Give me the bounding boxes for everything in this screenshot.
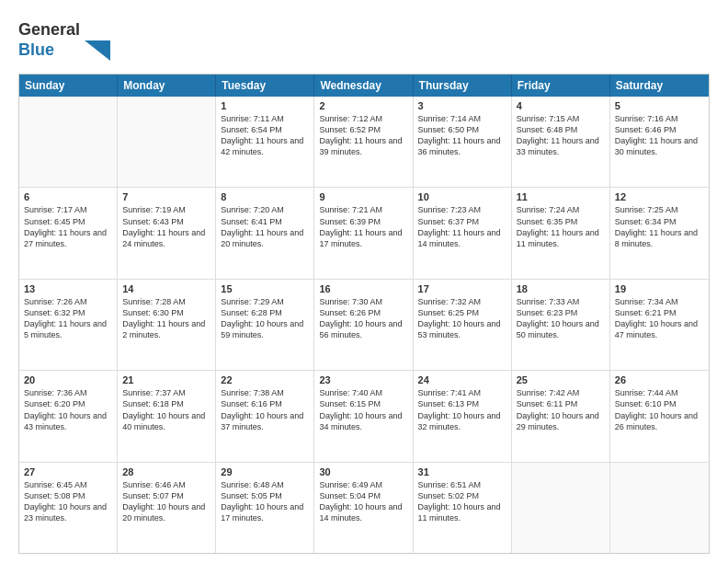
cell-content: Sunrise: 7:14 AMSunset: 6:50 PMDaylight:… bbox=[418, 113, 506, 158]
calendar-cell: 21Sunrise: 7:37 AMSunset: 6:18 PMDayligh… bbox=[118, 371, 216, 461]
header: General Blue bbox=[18, 15, 710, 64]
day-number: 26 bbox=[615, 374, 704, 385]
calendar-cell: 31Sunrise: 6:51 AMSunset: 5:02 PMDayligh… bbox=[414, 463, 512, 553]
calendar-week-row: 13Sunrise: 7:26 AMSunset: 6:32 PMDayligh… bbox=[19, 280, 709, 371]
calendar-cell: 3Sunrise: 7:14 AMSunset: 6:50 PMDaylight… bbox=[414, 97, 512, 187]
cell-content: Sunrise: 7:16 AMSunset: 6:46 PMDaylight:… bbox=[615, 113, 704, 158]
day-number: 12 bbox=[615, 191, 704, 202]
day-number: 18 bbox=[517, 283, 605, 294]
cell-content: Sunrise: 7:32 AMSunset: 6:25 PMDaylight:… bbox=[418, 296, 506, 341]
calendar-cell bbox=[512, 463, 610, 553]
cell-content: Sunrise: 7:38 AMSunset: 6:16 PMDaylight:… bbox=[221, 387, 309, 432]
day-number: 19 bbox=[615, 283, 704, 294]
calendar-header-day: Thursday bbox=[414, 75, 512, 97]
cell-content: Sunrise: 7:42 AMSunset: 6:11 PMDaylight:… bbox=[517, 387, 605, 432]
day-number: 17 bbox=[418, 283, 506, 294]
calendar-week-row: 27Sunrise: 6:45 AMSunset: 5:08 PMDayligh… bbox=[19, 463, 709, 553]
day-number: 8 bbox=[221, 191, 309, 202]
calendar-week-row: 1Sunrise: 7:11 AMSunset: 6:54 PMDaylight… bbox=[19, 97, 709, 188]
cell-content: Sunrise: 7:34 AMSunset: 6:21 PMDaylight:… bbox=[615, 296, 704, 341]
day-number: 15 bbox=[221, 283, 309, 294]
cell-content: Sunrise: 7:44 AMSunset: 6:10 PMDaylight:… bbox=[615, 387, 704, 432]
cell-content: Sunrise: 7:29 AMSunset: 6:28 PMDaylight:… bbox=[221, 296, 309, 341]
calendar-cell: 26Sunrise: 7:44 AMSunset: 6:10 PMDayligh… bbox=[610, 371, 709, 461]
calendar-cell: 18Sunrise: 7:33 AMSunset: 6:23 PMDayligh… bbox=[512, 280, 610, 370]
svg-marker-1 bbox=[85, 40, 110, 61]
calendar-header-day: Monday bbox=[118, 75, 216, 97]
calendar-cell: 10Sunrise: 7:23 AMSunset: 6:37 PMDayligh… bbox=[414, 188, 512, 278]
calendar-cell: 23Sunrise: 7:40 AMSunset: 6:15 PMDayligh… bbox=[314, 371, 413, 461]
cell-content: Sunrise: 7:26 AMSunset: 6:32 PMDaylight:… bbox=[24, 296, 112, 341]
day-number: 27 bbox=[24, 466, 112, 477]
logo-svg: General Blue bbox=[18, 15, 110, 61]
calendar-cell: 5Sunrise: 7:16 AMSunset: 6:46 PMDaylight… bbox=[610, 97, 709, 187]
day-number: 5 bbox=[615, 100, 704, 111]
logo: General Blue bbox=[18, 15, 110, 64]
calendar-cell: 16Sunrise: 7:30 AMSunset: 6:26 PMDayligh… bbox=[314, 280, 413, 370]
cell-content: Sunrise: 7:17 AMSunset: 6:45 PMDaylight:… bbox=[24, 204, 112, 249]
calendar-cell: 20Sunrise: 7:36 AMSunset: 6:20 PMDayligh… bbox=[19, 371, 118, 461]
cell-content: Sunrise: 7:24 AMSunset: 6:35 PMDaylight:… bbox=[517, 204, 605, 249]
calendar-cell: 1Sunrise: 7:11 AMSunset: 6:54 PMDaylight… bbox=[216, 97, 314, 187]
calendar-cell: 15Sunrise: 7:29 AMSunset: 6:28 PMDayligh… bbox=[216, 280, 314, 370]
calendar-cell: 11Sunrise: 7:24 AMSunset: 6:35 PMDayligh… bbox=[512, 188, 610, 278]
logo-block: General Blue bbox=[18, 15, 110, 64]
calendar-header-day: Tuesday bbox=[216, 75, 314, 97]
calendar-cell: 28Sunrise: 6:46 AMSunset: 5:07 PMDayligh… bbox=[118, 463, 216, 553]
calendar-cell: 19Sunrise: 7:34 AMSunset: 6:21 PMDayligh… bbox=[610, 280, 709, 370]
day-number: 24 bbox=[418, 374, 506, 385]
cell-content: Sunrise: 7:11 AMSunset: 6:54 PMDaylight:… bbox=[221, 113, 309, 158]
day-number: 16 bbox=[319, 283, 407, 294]
day-number: 7 bbox=[122, 191, 210, 202]
calendar-header-day: Saturday bbox=[610, 75, 709, 97]
day-number: 13 bbox=[24, 283, 112, 294]
cell-content: Sunrise: 7:23 AMSunset: 6:37 PMDaylight:… bbox=[418, 204, 506, 249]
day-number: 25 bbox=[517, 374, 605, 385]
cell-content: Sunrise: 7:12 AMSunset: 6:52 PMDaylight:… bbox=[319, 113, 407, 158]
calendar-header: SundayMondayTuesdayWednesdayThursdayFrid… bbox=[19, 75, 709, 97]
calendar-body: 1Sunrise: 7:11 AMSunset: 6:54 PMDaylight… bbox=[19, 97, 709, 553]
cell-content: Sunrise: 7:40 AMSunset: 6:15 PMDaylight:… bbox=[319, 387, 407, 432]
day-number: 11 bbox=[517, 191, 605, 202]
day-number: 9 bbox=[319, 191, 407, 202]
calendar-cell: 7Sunrise: 7:19 AMSunset: 6:43 PMDaylight… bbox=[118, 188, 216, 278]
calendar-header-day: Sunday bbox=[19, 75, 118, 97]
calendar-cell: 22Sunrise: 7:38 AMSunset: 6:16 PMDayligh… bbox=[216, 371, 314, 461]
day-number: 28 bbox=[122, 466, 210, 477]
day-number: 6 bbox=[24, 191, 112, 202]
day-number: 1 bbox=[221, 100, 309, 111]
cell-content: Sunrise: 7:20 AMSunset: 6:41 PMDaylight:… bbox=[221, 204, 309, 249]
day-number: 31 bbox=[418, 466, 506, 477]
calendar-cell: 17Sunrise: 7:32 AMSunset: 6:25 PMDayligh… bbox=[414, 280, 512, 370]
cell-content: Sunrise: 6:51 AMSunset: 5:02 PMDaylight:… bbox=[418, 479, 506, 524]
cell-content: Sunrise: 7:37 AMSunset: 6:18 PMDaylight:… bbox=[122, 387, 210, 432]
calendar-cell bbox=[610, 463, 709, 553]
cell-content: Sunrise: 7:30 AMSunset: 6:26 PMDaylight:… bbox=[319, 296, 407, 341]
calendar-cell: 8Sunrise: 7:20 AMSunset: 6:41 PMDaylight… bbox=[216, 188, 314, 278]
day-number: 14 bbox=[122, 283, 210, 294]
cell-content: Sunrise: 7:19 AMSunset: 6:43 PMDaylight:… bbox=[122, 204, 210, 249]
cell-content: Sunrise: 7:15 AMSunset: 6:48 PMDaylight:… bbox=[517, 113, 605, 158]
cell-content: Sunrise: 7:21 AMSunset: 6:39 PMDaylight:… bbox=[319, 204, 407, 249]
day-number: 4 bbox=[517, 100, 605, 111]
page: General Blue SundayMondayTuesdayWednesda… bbox=[0, 0, 728, 563]
svg-text:General: General bbox=[18, 20, 80, 39]
day-number: 21 bbox=[122, 374, 210, 385]
calendar-week-row: 6Sunrise: 7:17 AMSunset: 6:45 PMDaylight… bbox=[19, 188, 709, 279]
cell-content: Sunrise: 7:36 AMSunset: 6:20 PMDaylight:… bbox=[24, 387, 112, 432]
cell-content: Sunrise: 6:49 AMSunset: 5:04 PMDaylight:… bbox=[319, 479, 407, 524]
calendar-cell: 24Sunrise: 7:41 AMSunset: 6:13 PMDayligh… bbox=[414, 371, 512, 461]
calendar-cell: 30Sunrise: 6:49 AMSunset: 5:04 PMDayligh… bbox=[314, 463, 413, 553]
cell-content: Sunrise: 7:25 AMSunset: 6:34 PMDaylight:… bbox=[615, 204, 704, 249]
calendar-cell: 27Sunrise: 6:45 AMSunset: 5:08 PMDayligh… bbox=[19, 463, 118, 553]
calendar-header-day: Friday bbox=[512, 75, 610, 97]
calendar-cell: 25Sunrise: 7:42 AMSunset: 6:11 PMDayligh… bbox=[512, 371, 610, 461]
calendar-cell: 13Sunrise: 7:26 AMSunset: 6:32 PMDayligh… bbox=[19, 280, 118, 370]
calendar-week-row: 20Sunrise: 7:36 AMSunset: 6:20 PMDayligh… bbox=[19, 371, 709, 462]
day-number: 29 bbox=[221, 466, 309, 477]
day-number: 3 bbox=[418, 100, 506, 111]
day-number: 10 bbox=[418, 191, 506, 202]
day-number: 23 bbox=[319, 374, 407, 385]
calendar-cell bbox=[118, 97, 216, 187]
cell-content: Sunrise: 7:41 AMSunset: 6:13 PMDaylight:… bbox=[418, 387, 506, 432]
